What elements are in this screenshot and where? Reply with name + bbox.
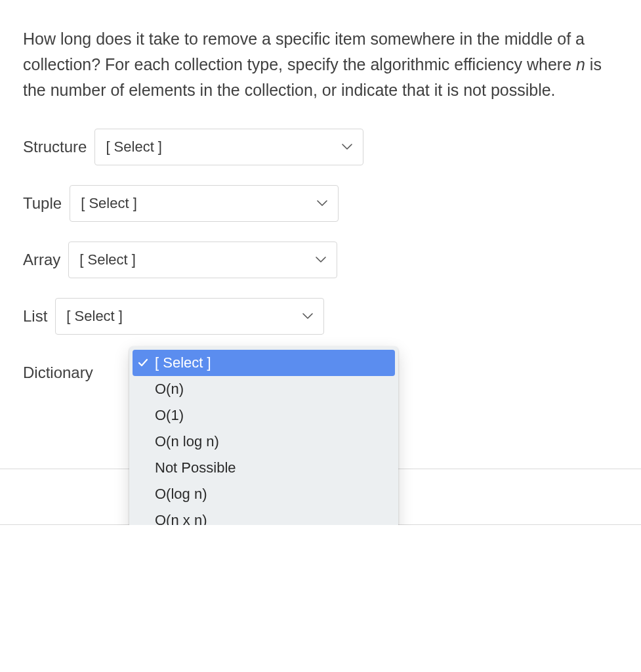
- select-structure[interactable]: [ Select ]: [94, 129, 363, 165]
- select-array[interactable]: [ Select ]: [68, 242, 337, 278]
- dropdown-option-label: [ Select ]: [155, 354, 388, 371]
- check-icon: [138, 358, 155, 368]
- dropdown-option-o1[interactable]: O(1): [133, 402, 395, 429]
- select-tuple-value: [ Select ]: [81, 195, 137, 212]
- select-list-value: [ Select ]: [66, 308, 123, 325]
- label-tuple: Tuple: [23, 194, 62, 213]
- dropdown-option-onlogn[interactable]: O(n log n): [133, 429, 395, 455]
- row-dictionary: Dictionary [ Select ] [ Select ] O(n) O(…: [23, 354, 618, 391]
- dropdown-option-on[interactable]: O(n): [133, 376, 395, 402]
- dropdown-option-label: O(1): [155, 407, 388, 424]
- dropdown-option-label: O(n log n): [155, 433, 388, 450]
- label-array: Array: [23, 251, 60, 269]
- row-structure: Structure [ Select ]: [23, 129, 618, 165]
- label-list: List: [23, 307, 47, 326]
- dropdown-option-label: O(n x n): [155, 512, 388, 525]
- chevron-down-icon: [342, 144, 352, 150]
- row-array: Array [ Select ]: [23, 242, 618, 278]
- dropdown-option-notpossible[interactable]: Not Possible: [133, 455, 395, 481]
- dropdown-dictionary: [ Select ] O(n) O(1) O(n log n) Not Poss…: [129, 346, 398, 525]
- question-part1: How long does it take to remove a specif…: [23, 30, 585, 74]
- question-italic: n: [576, 55, 585, 74]
- dropdown-option-ologn[interactable]: O(log n): [133, 481, 395, 507]
- row-list: List [ Select ]: [23, 298, 618, 335]
- dropdown-option-label: Not Possible: [155, 459, 388, 476]
- chevron-down-icon: [317, 200, 327, 207]
- row-tuple: Tuple [ Select ]: [23, 185, 618, 222]
- label-dictionary: Dictionary: [23, 364, 93, 382]
- dropdown-option-select[interactable]: [ Select ]: [133, 350, 395, 376]
- chevron-down-icon: [316, 257, 326, 263]
- select-list[interactable]: [ Select ]: [55, 298, 324, 335]
- select-structure-value: [ Select ]: [106, 138, 162, 156]
- select-tuple[interactable]: [ Select ]: [70, 185, 339, 222]
- dropdown-option-onxn[interactable]: O(n x n): [133, 507, 395, 525]
- select-array-value: [ Select ]: [79, 251, 136, 268]
- chevron-down-icon: [302, 313, 313, 320]
- dropdown-option-label: O(log n): [155, 486, 388, 503]
- question-text: How long does it take to remove a specif…: [23, 26, 618, 102]
- label-structure: Structure: [23, 138, 87, 156]
- dropdown-option-label: O(n): [155, 381, 388, 398]
